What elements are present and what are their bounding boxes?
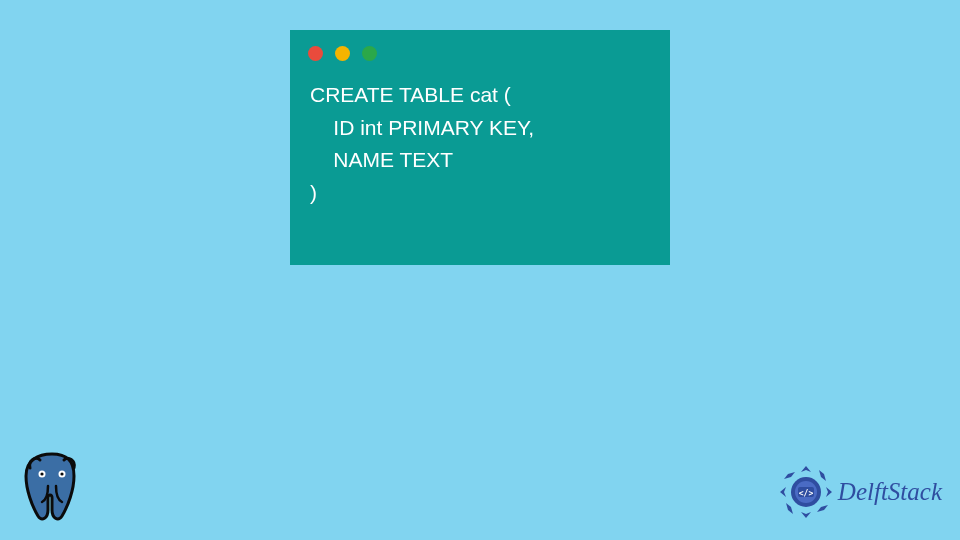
code-line: CREATE TABLE cat ( bbox=[310, 83, 511, 106]
traffic-light-close-icon bbox=[308, 46, 323, 61]
svg-point-1 bbox=[40, 472, 43, 475]
delftstack-brand-text: DelftStack bbox=[838, 478, 942, 506]
delftstack-logo: </> DelftStack bbox=[778, 464, 942, 520]
code-window: CREATE TABLE cat ( ID int PRIMARY KEY, N… bbox=[290, 30, 670, 265]
code-line: NAME TEXT bbox=[310, 148, 453, 171]
code-block: CREATE TABLE cat ( ID int PRIMARY KEY, N… bbox=[290, 71, 670, 229]
traffic-light-minimize-icon bbox=[335, 46, 350, 61]
code-line: ) bbox=[310, 181, 317, 204]
svg-text:</>: </> bbox=[799, 489, 814, 498]
window-traffic-lights bbox=[290, 30, 670, 71]
postgresql-logo-icon bbox=[18, 450, 86, 522]
svg-point-3 bbox=[60, 472, 63, 475]
traffic-light-maximize-icon bbox=[362, 46, 377, 61]
delftstack-badge-icon: </> bbox=[778, 464, 834, 520]
code-line: ID int PRIMARY KEY, bbox=[310, 116, 534, 139]
